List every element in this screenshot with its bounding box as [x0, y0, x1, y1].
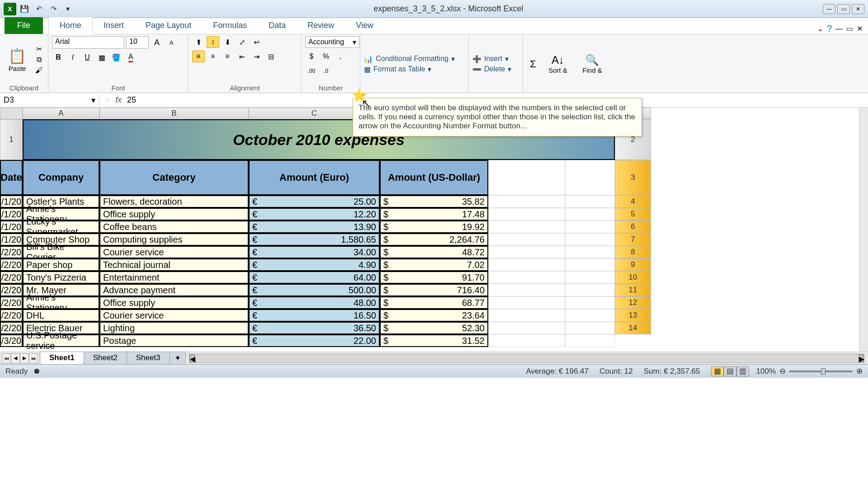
minimize-button[interactable]: — — [823, 4, 835, 14]
cell-F6[interactable] — [488, 233, 565, 246]
header-dollar[interactable]: Amount (US-Dollar) — [380, 160, 488, 195]
cell-euro-4[interactable]: €12.20 — [249, 208, 380, 221]
tab-page-layout[interactable]: Page Layout — [135, 17, 202, 34]
cell-dollar-8[interactable]: $7.02 — [380, 258, 488, 271]
cell-category-6[interactable]: Computing supplies — [99, 233, 249, 246]
cell-G5[interactable] — [565, 221, 615, 233]
cell-F12[interactable] — [488, 309, 565, 322]
cell-dollar-6[interactable]: $2,264.76 — [380, 233, 488, 246]
cell-date-14[interactable]: 10/3/2010 — [0, 334, 23, 347]
row-header-7[interactable]: 7 — [615, 233, 651, 246]
cell-dollar-7[interactable]: $48.72 — [380, 246, 488, 258]
font-size-select[interactable]: 10 — [126, 36, 149, 49]
borders-button[interactable]: ▦ — [95, 52, 108, 63]
col-header-A[interactable]: A — [23, 108, 99, 119]
row-header-8[interactable]: 8 — [615, 246, 651, 258]
zoom-level[interactable]: 100% — [756, 367, 776, 376]
header-category[interactable]: Category — [99, 160, 249, 195]
save-icon[interactable]: 💾 — [18, 3, 31, 15]
cell-dollar-13[interactable]: $52.30 — [380, 322, 488, 334]
cell-company-11[interactable]: Annie's Stationery — [23, 296, 99, 309]
maximize-button[interactable]: ▭ — [837, 4, 850, 14]
header-euro[interactable]: Amount (Euro) — [249, 160, 380, 195]
view-normal-button[interactable]: ▦ — [711, 366, 724, 376]
row-header-14[interactable]: 14 — [615, 322, 651, 334]
zoom-in-button[interactable]: ⊕ — [856, 366, 863, 376]
cell-G4[interactable] — [565, 208, 615, 221]
cell-G2[interactable] — [565, 160, 615, 195]
align-top-icon[interactable]: ⬆ — [192, 36, 205, 48]
help-icon[interactable]: ? — [827, 23, 832, 34]
cell-company-8[interactable]: Paper shop — [23, 258, 99, 271]
align-center-icon[interactable]: ≡ — [207, 51, 219, 62]
sheet-nav-next[interactable]: ▶ — [20, 353, 29, 363]
cell-category-7[interactable]: Courier service — [99, 246, 249, 258]
cell-date-9[interactable]: 10/2/2010 — [0, 271, 23, 284]
cell-category-5[interactable]: Coffee beans — [99, 221, 249, 233]
cell-G13[interactable] — [565, 322, 615, 334]
cell-euro-13[interactable]: €36.50 — [249, 322, 380, 334]
cell-dollar-12[interactable]: $23.64 — [380, 309, 488, 322]
cell-G3[interactable] — [565, 195, 615, 208]
tab-insert[interactable]: Insert — [93, 17, 135, 34]
cell-category-14[interactable]: Postage — [99, 334, 249, 347]
qat-dropdown-icon[interactable]: ▾ — [61, 3, 74, 15]
row-header-11[interactable]: 11 — [615, 284, 651, 296]
cell-category-10[interactable]: Advance payment — [99, 284, 249, 296]
cell-date-6[interactable]: 10/1/2010 — [0, 233, 23, 246]
bold-button[interactable]: B — [52, 52, 65, 63]
cell-euro-3[interactable]: €25.00 — [249, 195, 380, 208]
cell-F2[interactable] — [488, 160, 565, 195]
underline-button[interactable]: U — [81, 52, 94, 63]
align-right-icon[interactable]: ≡ — [221, 51, 234, 62]
decrease-indent-icon[interactable]: ⇤ — [236, 51, 248, 62]
sheet-nav-last[interactable]: ⏭ — [29, 353, 38, 363]
tab-data[interactable]: Data — [258, 17, 297, 34]
cell-dollar-5[interactable]: $19.92 — [380, 221, 488, 233]
cell-G12[interactable] — [565, 309, 615, 322]
sheet-nav-first[interactable]: ⏮ — [2, 353, 11, 363]
percent-format-icon[interactable]: % — [320, 51, 332, 62]
wrap-text-icon[interactable]: ↩ — [250, 36, 263, 48]
cell-date-3[interactable]: 10/1/2010 — [0, 195, 23, 208]
format-painter-icon[interactable]: 🖌 — [33, 66, 44, 75]
grow-font-icon[interactable]: A — [151, 37, 163, 48]
cell-date-7[interactable]: 10/2/2010 — [0, 246, 23, 258]
vertical-scrollbar[interactable] — [859, 108, 868, 352]
close-button[interactable]: ✕ — [852, 4, 864, 14]
spreadsheet-grid[interactable]: ABCDEFG1October 2010 expenses2DateCompan… — [0, 108, 868, 352]
header-date[interactable]: Date — [0, 160, 23, 195]
cell-euro-9[interactable]: €64.00 — [249, 271, 380, 284]
decrease-decimal-icon[interactable]: .0 — [320, 65, 332, 77]
cell-company-5[interactable]: Lucky's Supermarket — [23, 221, 99, 233]
row-header-3[interactable]: 3 — [615, 160, 651, 195]
increase-indent-icon[interactable]: ⇥ — [250, 51, 263, 62]
merge-center-icon[interactable]: ⊟ — [264, 51, 277, 62]
cell-dollar-9[interactable]: $91.70 — [380, 271, 488, 284]
cell-F8[interactable] — [488, 258, 565, 271]
number-format-select[interactable]: Accounting▾ — [305, 36, 359, 48]
view-page-layout-button[interactable]: ▤ — [724, 366, 736, 376]
sheet-tab-2[interactable]: Sheet2 — [84, 352, 127, 365]
row-header-6[interactable]: 6 — [615, 221, 651, 233]
redo-icon[interactable]: ↷ — [47, 3, 60, 15]
sheet-nav-prev[interactable]: ◀ — [11, 353, 20, 363]
cell-F7[interactable] — [488, 246, 565, 258]
view-page-break-button[interactable]: ▥ — [736, 366, 749, 376]
cell-date-13[interactable]: 10/2/2010 — [0, 322, 23, 334]
cell-G7[interactable] — [565, 246, 615, 258]
sheet-tab-3[interactable]: Sheet3 — [127, 352, 170, 365]
sort-filter-button[interactable]: A↓ Sort & — [542, 54, 574, 74]
sheet-tab-1[interactable]: Sheet1 — [40, 352, 84, 365]
cell-G10[interactable] — [565, 284, 615, 296]
cell-category-12[interactable]: Courier service — [99, 309, 249, 322]
cell-G9[interactable] — [565, 271, 615, 284]
cell-F11[interactable] — [488, 296, 565, 309]
name-box[interactable]: D3 ▾ — [0, 95, 99, 105]
row-header-1[interactable]: 1 — [0, 119, 23, 160]
formula-input[interactable]: 25 — [127, 95, 136, 105]
cell-category-13[interactable]: Lighting — [99, 322, 249, 334]
tab-formulas[interactable]: Formulas — [202, 17, 258, 34]
accounting-format-icon[interactable]: $ — [305, 51, 318, 62]
macro-record-icon[interactable]: ⏺ — [33, 367, 41, 376]
